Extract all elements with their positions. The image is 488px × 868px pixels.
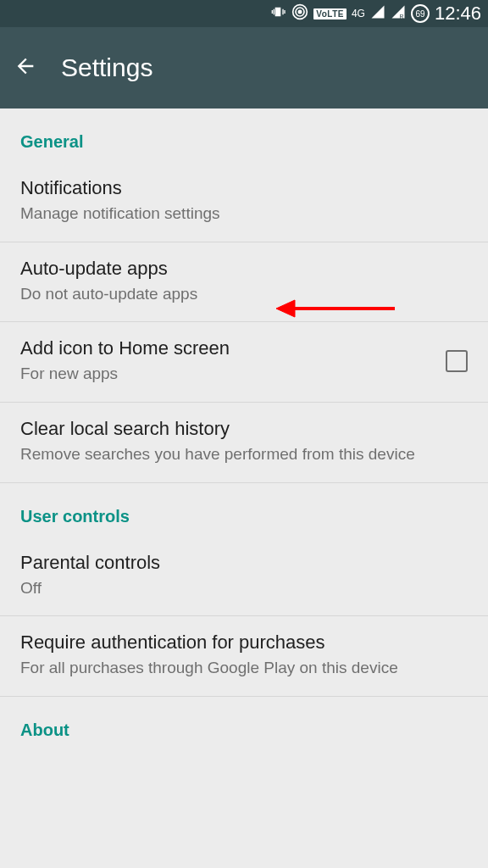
clock: 12:46 [435, 3, 481, 25]
svg-text:R: R [399, 13, 403, 19]
item-title: Require authentication for purchases [20, 632, 468, 654]
settings-list: General Notifications Manage notificatio… [0, 108, 488, 750]
item-add-icon-home[interactable]: Add icon to Home screen For new apps [0, 322, 488, 403]
item-clear-search-history[interactable]: Clear local search history Remove search… [0, 403, 488, 483]
item-subtitle: Manage notification settings [20, 203, 468, 225]
item-subtitle: For all purchases through Google Play on… [20, 657, 468, 679]
item-subtitle: Off [20, 577, 468, 599]
item-title: Clear local search history [20, 418, 468, 440]
checkbox-add-icon[interactable] [446, 350, 468, 372]
item-title: Notifications [20, 177, 468, 199]
item-notifications[interactable]: Notifications Manage notification settin… [0, 162, 488, 242]
item-title: Auto-update apps [20, 258, 468, 280]
app-bar: Settings [0, 27, 488, 108]
section-header-general: General [0, 108, 488, 162]
hotspot-icon [291, 3, 308, 25]
battery-indicator: 69 [411, 4, 430, 23]
item-title: Add icon to Home screen [20, 337, 432, 359]
network-label: 4G [352, 8, 365, 19]
vibrate-icon [269, 5, 286, 23]
status-bar: VoLTE 4G R 69 12:46 [0, 0, 488, 27]
item-auto-update[interactable]: Auto-update apps Do not auto-update apps [0, 242, 488, 323]
volte-badge: VoLTE [313, 8, 347, 19]
item-title: Parental controls [20, 552, 468, 574]
item-require-auth[interactable]: Require authentication for purchases For… [0, 616, 488, 697]
battery-pct: 69 [415, 9, 424, 19]
page-title: Settings [61, 53, 152, 82]
status-icons: VoLTE 4G R 69 12:46 [269, 3, 481, 25]
item-subtitle: For new apps [20, 363, 432, 385]
section-header-about: About [0, 697, 488, 750]
back-button[interactable] [14, 54, 37, 81]
section-header-user-controls: User controls [0, 483, 488, 537]
item-subtitle: Do not auto-update apps [20, 283, 468, 305]
item-subtitle: Remove searches you have performed from … [20, 443, 468, 465]
signal-icon-1 [370, 4, 385, 24]
signal-icon-2: R [391, 4, 406, 24]
svg-point-0 [299, 10, 302, 13]
item-parental-controls[interactable]: Parental controls Off [0, 537, 488, 617]
